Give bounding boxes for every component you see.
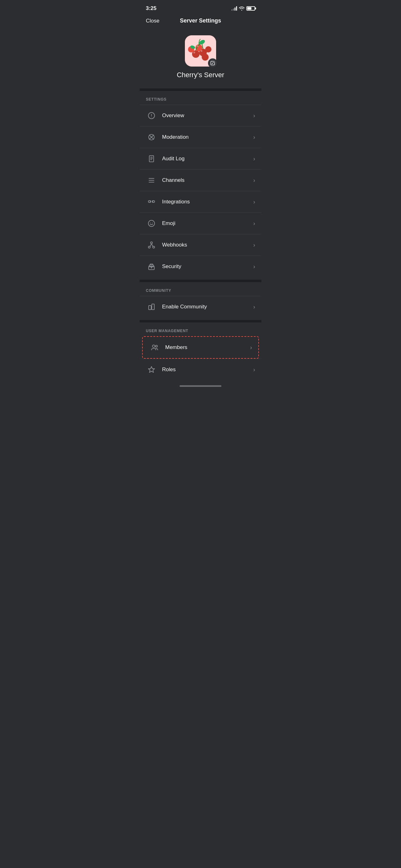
integrations-chevron: › — [253, 199, 255, 205]
menu-item-overview[interactable]: Overview › — [140, 105, 261, 126]
signal-icon — [231, 6, 237, 11]
status-bar: 3:25 — [140, 0, 261, 15]
wifi-icon — [239, 6, 244, 11]
audit-log-icon — [146, 153, 157, 164]
community-section: COMMUNITY Enable Community › — [140, 282, 261, 320]
user-management-section: USER MANAGEMENT Members › Roles › — [140, 322, 261, 383]
server-profile: Cherry's Server — [140, 29, 261, 88]
svg-point-30 — [153, 201, 153, 202]
emoji-chevron: › — [253, 220, 255, 227]
menu-integrations-label: Integrations — [162, 199, 251, 205]
status-icons — [231, 6, 255, 11]
menu-item-webhooks[interactable]: Webhooks › — [140, 234, 261, 256]
svg-point-45 — [153, 345, 155, 347]
webhooks-icon — [146, 239, 157, 251]
webhooks-chevron: › — [253, 242, 255, 248]
menu-item-channels[interactable]: Channels › — [140, 169, 261, 191]
moderation-chevron: › — [253, 134, 255, 141]
members-chevron: › — [250, 344, 252, 351]
menu-item-members[interactable]: Members › — [143, 337, 258, 358]
menu-members-label: Members — [165, 344, 248, 350]
edit-image-icon — [210, 61, 215, 66]
menu-roles-label: Roles — [162, 367, 251, 373]
home-indicator-bar — [179, 385, 222, 387]
status-time: 3:25 — [146, 5, 157, 11]
menu-channels-label: Channels — [162, 177, 251, 183]
page-title: Server Settings — [180, 18, 221, 24]
roles-icon — [146, 364, 157, 375]
settings-section-label: SETTINGS — [140, 97, 261, 105]
menu-moderation-label: Moderation — [162, 134, 251, 140]
svg-rect-44 — [152, 304, 154, 310]
channels-icon — [146, 175, 157, 186]
security-chevron: › — [253, 264, 255, 270]
svg-point-29 — [150, 201, 151, 202]
svg-point-46 — [156, 345, 157, 347]
svg-point-42 — [151, 267, 152, 269]
community-icon — [146, 301, 157, 312]
integrations-icon — [146, 196, 157, 208]
menu-audit-log-label: Audit Log — [162, 156, 251, 162]
menu-security-label: Security — [162, 264, 251, 270]
security-icon — [146, 261, 157, 272]
header: Close Server Settings — [140, 15, 261, 29]
menu-item-audit-log[interactable]: Audit Log › — [140, 148, 261, 169]
overview-chevron: › — [253, 113, 255, 119]
svg-point-4 — [202, 54, 209, 61]
emoji-icon — [146, 218, 157, 229]
menu-item-roles[interactable]: Roles › — [140, 359, 261, 380]
members-highlight-box: Members › — [142, 336, 259, 359]
menu-item-emoji[interactable]: Emoji › — [140, 213, 261, 234]
menu-overview-label: Overview — [162, 113, 251, 119]
divider-community — [140, 280, 261, 282]
enable-community-chevron: › — [253, 304, 255, 310]
community-section-label: COMMUNITY — [140, 288, 261, 296]
divider-settings — [140, 88, 261, 91]
svg-point-9 — [193, 52, 195, 54]
members-icon — [149, 342, 160, 353]
menu-item-moderation[interactable]: Moderation › — [140, 126, 261, 148]
audit-log-chevron: › — [253, 156, 255, 162]
server-avatar-container[interactable] — [185, 35, 216, 67]
svg-rect-43 — [149, 306, 151, 310]
svg-point-10 — [201, 50, 202, 52]
svg-point-11 — [197, 45, 199, 47]
svg-point-31 — [148, 220, 155, 226]
menu-item-integrations[interactable]: Integrations › — [140, 191, 261, 213]
close-button[interactable]: Close — [146, 18, 159, 24]
menu-item-enable-community[interactable]: Enable Community › — [140, 296, 261, 317]
server-name: Cherry's Server — [177, 71, 224, 79]
menu-webhooks-label: Webhooks — [162, 242, 251, 248]
overview-icon — [146, 110, 157, 121]
settings-section: SETTINGS Overview › Moderation › — [140, 91, 261, 280]
battery-icon — [246, 6, 255, 11]
roles-chevron: › — [253, 367, 255, 373]
divider-user-mgmt — [140, 320, 261, 322]
menu-item-security[interactable]: Security › — [140, 256, 261, 277]
svg-point-32 — [150, 222, 151, 223]
channels-chevron: › — [253, 177, 255, 184]
menu-enable-community-label: Enable Community — [162, 304, 251, 310]
svg-point-6 — [205, 46, 211, 53]
moderation-icon — [146, 131, 157, 143]
avatar-edit-badge[interactable] — [208, 58, 218, 68]
menu-emoji-label: Emoji — [162, 220, 251, 226]
svg-point-33 — [152, 222, 153, 223]
home-indicator — [140, 383, 261, 388]
user-management-section-label: USER MANAGEMENT — [140, 329, 261, 336]
